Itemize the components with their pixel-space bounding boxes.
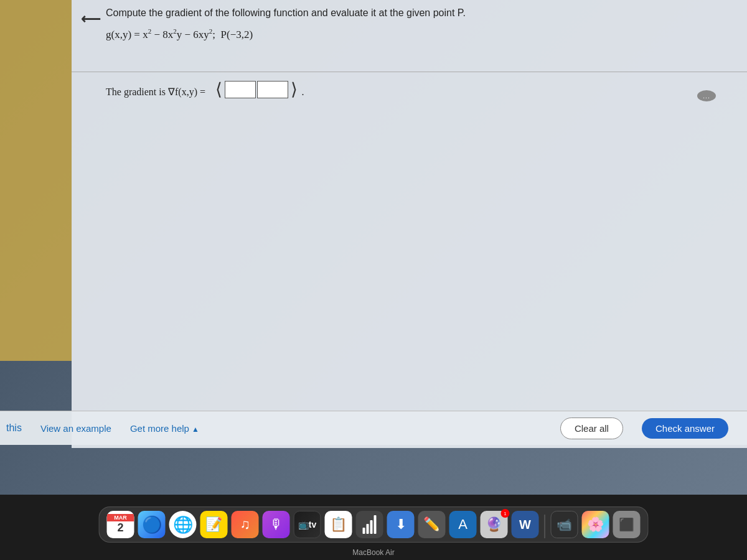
screen-area: ⟵ Compute the gradient of the following … — [0, 0, 747, 510]
answer-box-2[interactable] — [257, 81, 288, 98]
finder2-icon: ⬛ — [619, 517, 634, 532]
notes2-icon: 📋 — [330, 516, 347, 533]
dock-item-finder[interactable]: 🔵 — [138, 511, 166, 538]
notes-icon: 📝 — [205, 516, 222, 533]
arrow-up-icon: ▲ — [192, 425, 199, 434]
answer-box-container: ⟨ ⟩ — [214, 81, 299, 98]
calendar-day: 2 — [117, 521, 123, 535]
dock-item-facetime[interactable]: 📹 — [551, 511, 578, 538]
dock-item-podcasts[interactable]: 🎙 — [263, 511, 290, 538]
calendar-month: MAR — [107, 514, 134, 521]
dock-item-siri[interactable]: 🔮 1 — [481, 511, 508, 538]
dock-item-install[interactable]: ⬇ — [387, 511, 415, 538]
dock-item-photos[interactable]: 🌸 — [582, 511, 609, 538]
podcasts-icon: 🎙 — [270, 516, 283, 533]
this-link[interactable]: this — [6, 422, 22, 434]
period: . — [301, 86, 304, 97]
facetime-icon: 📹 — [557, 517, 572, 532]
view-example-link[interactable]: View an example — [40, 423, 111, 434]
dock-area: MAR 2 🔵 🌐 📝 ♫ 🎙 📺tv 📋 — [0, 495, 747, 560]
problem-function: g(x,y) = x2 − 8x2y − 6xy2; P(−3,2) — [106, 27, 722, 41]
dock-item-tv[interactable]: 📺tv — [294, 511, 321, 538]
translate-icon: A — [458, 516, 467, 533]
chrome-icon: 🌐 — [173, 515, 193, 534]
photos-icon: 🌸 — [587, 516, 604, 533]
macbook-label: MacBook Air — [352, 548, 394, 557]
get-more-help-link[interactable]: Get more help ▲ — [130, 423, 199, 434]
content-panel — [72, 0, 747, 448]
dock-divider — [545, 515, 545, 538]
dock-item-word[interactable]: W — [512, 511, 539, 538]
gradient-label: The gradient is ∇f(x,y) = — [106, 86, 210, 97]
siri-icon: 🔮 — [486, 516, 502, 533]
finder-icon: 🔵 — [142, 515, 162, 534]
install-icon: ⬇ — [395, 516, 406, 533]
problem-area: Compute the gradient of the following fu… — [106, 6, 722, 46]
signal-bars-icon — [363, 515, 377, 534]
dock-item-signal[interactable] — [356, 511, 383, 538]
dock-item-chrome[interactable]: 🌐 — [169, 511, 197, 538]
check-answer-button[interactable]: Check answer — [642, 418, 728, 439]
music-icon: ♫ — [240, 516, 250, 533]
tv-icon: 📺tv — [298, 520, 316, 530]
answer-box-1[interactable] — [225, 81, 256, 98]
dock-item-notes2[interactable]: 📋 — [325, 511, 352, 538]
open-bracket: ⟨ — [215, 81, 222, 98]
word-icon: W — [519, 518, 531, 532]
dock-item-finder2[interactable]: ⬛ — [613, 511, 641, 538]
dock-item-notes[interactable]: 📝 — [200, 511, 228, 538]
back-arrow-button[interactable]: ⟵ — [81, 11, 101, 27]
clear-all-button[interactable]: Clear all — [560, 418, 623, 439]
pencil-icon: ✏️ — [423, 516, 440, 533]
gradient-area: The gradient is ∇f(x,y) = ⟨ ⟩ . — [106, 81, 722, 98]
dock-bar: MAR 2 🔵 🌐 📝 ♫ 🎙 📺tv 📋 — [99, 506, 649, 543]
dock-item-music[interactable]: ♫ — [232, 511, 259, 538]
bottom-actions-bar: this View an example Get more help ▲ Cle… — [0, 411, 747, 445]
dock-item-translate[interactable]: A — [449, 511, 477, 538]
dock-item-calendar[interactable]: MAR 2 — [107, 511, 134, 538]
notification-badge: 1 — [501, 509, 510, 518]
close-bracket: ⟩ — [291, 81, 298, 98]
sidebar-strip — [0, 0, 72, 361]
section-divider — [72, 72, 747, 72]
dock-item-pencil[interactable]: ✏️ — [418, 511, 446, 538]
problem-instruction: Compute the gradient of the following fu… — [106, 6, 722, 20]
